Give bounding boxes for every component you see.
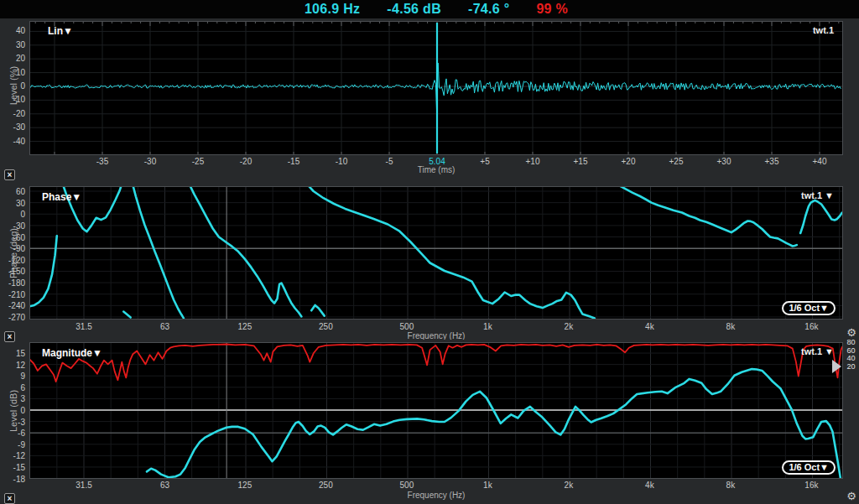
ir-x-tick: -30	[144, 157, 156, 166]
ir-x-tick: +40	[813, 157, 827, 166]
phase-x-tick: 16k	[804, 322, 818, 331]
mag-y-tick: -12	[0, 451, 25, 460]
ir-y-tick: 40	[0, 26, 25, 35]
ir-x-axis-title: Time (ms)	[29, 165, 843, 174]
close-pane-button-phase[interactable]: ×	[4, 331, 15, 342]
phase-y-tick: -150	[0, 267, 25, 276]
phase-x-tick: 63	[160, 322, 169, 331]
phase-panel: Phase (deg) Phase▼ twt.1 ▼ 1/6 Oct▼ Freq…	[0, 176, 859, 341]
phase-trace	[133, 186, 184, 318]
ir-y-tick: 10	[0, 68, 25, 77]
ir-chart[interactable]	[29, 21, 843, 155]
mag-x-tick: 31.5	[75, 481, 91, 490]
mag-x-tick: 1k	[483, 481, 492, 490]
ir-x-tick: +5	[480, 157, 489, 166]
ir-x-tick: -15	[288, 157, 299, 166]
ir-plot[interactable]: Lin▼ twt.1	[29, 21, 843, 155]
mag-y-tick: -9	[0, 440, 25, 449]
mag-x-tick: 500	[400, 481, 414, 490]
phase-mode-dropdown[interactable]: Phase▼	[42, 191, 81, 203]
mag-x-tick: 4k	[645, 481, 654, 490]
cursor-readout: 106.9 Hz -4.56 dB -74.6 ° 99 %	[29, 2, 843, 17]
phase-chart[interactable]	[29, 186, 843, 320]
mag-x-axis-title: Frequency (Hz)	[29, 491, 843, 500]
mag-y-tick: -6	[0, 429, 25, 438]
phase-x-tick: 8k	[726, 322, 736, 331]
ir-x-tick: -10	[336, 157, 347, 166]
close-pane-button-mag[interactable]: ×	[4, 493, 15, 504]
magnitude-plot[interactable]: Magnitude▼ twt.1 ▼ 1/6 Oct▼	[29, 342, 843, 479]
phase-trace	[800, 200, 842, 233]
ir-x-tick: -25	[192, 157, 204, 166]
ir-y-tick: 30	[0, 40, 25, 49]
phase-y-tick: -120	[0, 256, 25, 265]
ir-x-tick: +20	[622, 157, 636, 166]
ir-x-tick: +15	[574, 157, 588, 166]
readout-phase: -74.6 °	[468, 2, 509, 17]
readout-frequency: 106.9 Hz	[305, 2, 360, 17]
phase-y-tick: -90	[0, 244, 25, 253]
magnitude-trace	[147, 369, 842, 479]
coherence-scale-label: 20	[844, 362, 858, 371]
mag-y-tick: 6	[0, 383, 25, 392]
mag-y-tick: 12	[0, 361, 25, 370]
ir-y-tick: -20	[0, 109, 25, 118]
settings-gear-icon-phase[interactable]: ⚙	[845, 327, 858, 339]
phase-y-tick: -180	[0, 278, 25, 288]
mag-y-tick: 0	[0, 406, 25, 415]
smaart-window: 106.9 Hz -4.56 dB -74.6 ° 99 % Level (%)…	[0, 0, 859, 504]
ir-y-tick: -30	[0, 122, 25, 132]
phase-trace	[306, 186, 594, 318]
mag-mode-dropdown[interactable]: Magnitude▼	[42, 347, 102, 359]
mag-smoothing-selector[interactable]: 1/6 Oct▼	[782, 460, 836, 475]
coherence-scale-label: 60	[844, 346, 858, 355]
ir-x-tick: +25	[669, 157, 684, 166]
close-pane-button-ir[interactable]: ×	[4, 169, 15, 180]
phase-trace	[123, 312, 131, 318]
phase-y-tick: 60	[0, 187, 25, 196]
readout-coherence: 99 %	[536, 2, 568, 17]
phase-trace	[189, 186, 301, 317]
phase-plot[interactable]: Phase▼ twt.1 ▼ 1/6 Oct▼	[29, 186, 843, 320]
mag-y-tick: -15	[0, 463, 25, 472]
ir-x-tick: -20	[240, 157, 252, 166]
ir-x-tick: +10	[526, 157, 540, 166]
phase-y-tick: -30	[0, 221, 25, 231]
phase-x-tick: 2k	[565, 322, 574, 331]
magnitude-chart[interactable]	[29, 342, 843, 479]
phase-y-tick: 0	[0, 210, 25, 219]
ir-mode-dropdown[interactable]: Lin▼	[48, 25, 73, 37]
mag-x-tick: 125	[238, 481, 252, 490]
phase-x-tick: 500	[400, 322, 414, 331]
phase-y-tick: -270	[0, 313, 25, 322]
mag-y-tick: 3	[0, 394, 25, 403]
phase-trace	[311, 305, 325, 316]
phase-smoothing-selector[interactable]: 1/6 Oct▼	[782, 301, 836, 315]
phase-x-tick: 4k	[645, 322, 654, 331]
coherence-scale-label: 80	[844, 338, 858, 346]
phase-x-tick: 1k	[483, 322, 492, 331]
ir-y-tick: 20	[0, 54, 25, 63]
cursor-readout-bar: 106.9 Hz -4.56 dB -74.6 ° 99 %	[0, 0, 859, 19]
magnitude-panel: Level (dB) Magnitude▼ twt.1 ▼ 1/6 Oct▼ F…	[0, 340, 859, 504]
coherence-scale-label: 40	[844, 354, 858, 362]
mag-x-tick: 2k	[565, 481, 574, 490]
mag-x-tick: 63	[160, 481, 169, 490]
mag-x-tick: 250	[319, 481, 333, 490]
settings-gear-icon-mag[interactable]: ⚙	[845, 491, 858, 502]
ir-x-tick: 5.04	[429, 157, 445, 166]
impulse-response-panel: Level (%) Lin▼ twt.1 Time (ms) 403020100…	[0, 18, 859, 178]
ir-y-tick: -10	[0, 95, 25, 104]
phase-y-tick: -60	[0, 233, 25, 242]
mag-x-tick: 16k	[804, 481, 818, 490]
mag-y-tick: 15	[0, 349, 25, 358]
coherence-threshold-marker[interactable]	[832, 360, 841, 373]
ir-trace-selector[interactable]: twt.1	[813, 25, 834, 35]
mag-x-tick: 8k	[726, 481, 736, 490]
mag-trace-selector[interactable]: twt.1 ▼	[801, 346, 834, 356]
phase-trace-selector[interactable]: twt.1 ▼	[801, 190, 834, 200]
phase-y-tick: -210	[0, 290, 25, 299]
ir-x-tick: +35	[765, 157, 779, 166]
ir-y-tick: 0	[0, 81, 25, 91]
phase-y-tick: 30	[0, 199, 25, 208]
